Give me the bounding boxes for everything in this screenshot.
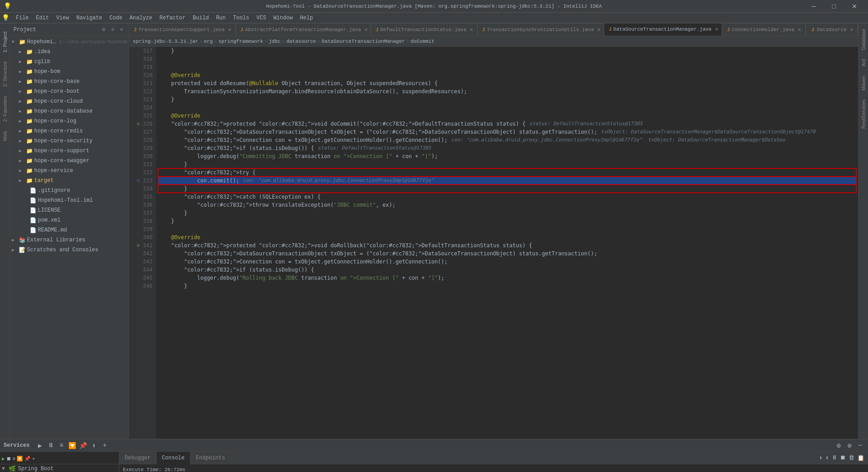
code-line-323[interactable]: } — [158, 95, 856, 104]
tree-item-hope-core-boot[interactable]: ▶ 📁 hope-core-boot — [10, 86, 129, 96]
close-button[interactable]: ✕ — [844, 0, 864, 13]
list2-icon[interactable]: ≡ — [13, 456, 16, 462]
code-line-331[interactable]: } — [158, 160, 856, 168]
run-icon[interactable]: ▶ — [36, 441, 44, 449]
code-line-340[interactable]: @Override — [158, 233, 856, 241]
tab-abstractplatform[interactable]: J AbstractPlatformTransactionManager.jav… — [236, 23, 371, 36]
tree-item-iml[interactable]: ▶ 📄 Hopehomi-Tool.iml — [10, 195, 129, 205]
tree-item-target[interactable]: ▶ 📁 target — [10, 176, 129, 186]
tab-endpoints[interactable]: Endpoints — [190, 452, 231, 464]
plus-icon[interactable]: + — [101, 441, 109, 449]
console-tool-icon2[interactable]: ⬇ — [825, 454, 829, 462]
tree-item-hope-bom[interactable]: ▶ 📁 hope-bom — [10, 67, 129, 77]
pin-icon[interactable]: 📌 — [79, 441, 87, 449]
console-tool-icon3[interactable]: ⏸ — [832, 454, 837, 461]
code-line-317[interactable]: } — [158, 47, 856, 55]
code-line-335[interactable]: "color:#cc7832;">catch (SQLException ex)… — [158, 193, 856, 201]
vtab-favorites[interactable]: 2: Favorites — [1, 91, 9, 126]
tree-item-root[interactable]: ▼ 📁 Hopehomi-Tool E:/idea-workspace/hope… — [10, 37, 129, 47]
code-line-330[interactable]: logger.debug("Committing JDBC transactio… — [158, 152, 856, 160]
pin2-icon[interactable]: 📌 — [24, 456, 31, 462]
right-tab-database[interactable]: Database — [859, 25, 868, 54]
tree-item-scratches[interactable]: ▶ 📝 Scratches and Consoles — [10, 245, 129, 255]
code-line-329[interactable]: "color:#cc7832;">if (status.isDebug()) {… — [158, 144, 856, 152]
menu-item-help[interactable]: Help — [296, 14, 316, 22]
code-line-334[interactable]: } — [158, 185, 856, 193]
filter2-icon[interactable]: 🔽 — [17, 456, 23, 462]
filter-icon[interactable]: 🔽 — [68, 441, 77, 449]
tree-item-hope-core-base[interactable]: ▶ 📁 hope-core-base — [10, 77, 129, 86]
breadcrumb-item[interactable]: springframework — [218, 39, 263, 44]
menu-item-view[interactable]: View — [53, 14, 73, 22]
menu-item-window[interactable]: Window — [270, 14, 296, 22]
code-line-337[interactable]: } — [158, 209, 856, 217]
code-line-324[interactable] — [158, 104, 856, 112]
menu-item-refactor[interactable]: Refactor — [156, 14, 189, 22]
sidebar-close-icon[interactable]: ✕ — [118, 26, 125, 33]
tree-item-hope-core-redis[interactable]: ▶ 📁 hope-core-redis — [10, 126, 129, 136]
breadcrumb-item[interactable]: datasource — [286, 39, 316, 44]
code-line-346[interactable]: } — [158, 282, 856, 290]
code-line-322[interactable]: TransactionSynchronizationManager.bindRe… — [158, 87, 856, 95]
code-line-338[interactable]: } — [158, 217, 856, 225]
console-tool-icon4[interactable]: ⏹ — [840, 454, 846, 461]
code-line-344[interactable]: "color:#cc7832;">if (status.isDebug()) { — [158, 266, 856, 274]
vtab-project[interactable]: 1: Project — [1, 27, 9, 57]
code-line-342[interactable]: "color:#cc7832;">DataSourceTransactionOb… — [158, 250, 856, 258]
right-tab-ant[interactable]: Ant — [859, 55, 868, 70]
code-line-319[interactable] — [158, 63, 856, 71]
tab-close-icon[interactable]: ✕ — [798, 27, 801, 32]
tree-item-hope-core-database[interactable]: ▶ 📁 hope-core-database — [10, 106, 129, 116]
menu-item-code[interactable]: Code — [106, 14, 126, 22]
tree-item-hope-core-security[interactable]: ▶ 📁 hope-core-security — [10, 136, 129, 146]
menu-item-build[interactable]: Build — [189, 14, 212, 22]
tab-close-icon[interactable]: ✕ — [365, 27, 368, 32]
code-line-328[interactable]: "color:#cc7832;">Connection con = txObje… — [158, 136, 856, 144]
gear-icon[interactable]: ⚙ — [845, 441, 854, 449]
console-tool-icon5[interactable]: 🗑 — [849, 454, 854, 461]
tab-datasourcetransaction[interactable]: J DataSourceTransactionManager.java ✕ — [604, 23, 722, 36]
menu-item-tools[interactable]: Tools — [230, 14, 253, 22]
tab-console[interactable]: Console — [157, 452, 190, 464]
tree-item-gitignore[interactable]: ▶ 📄 .gitignore — [10, 186, 129, 195]
stop-service-icon[interactable]: ⏹ — [6, 456, 11, 462]
tab-transactionaspectsupport[interactable]: J TransactionAspectSupport.java ✕ — [129, 23, 236, 36]
breadcrumb-item[interactable]: org — [204, 39, 213, 44]
tree-item-hope-service[interactable]: ▶ 📁 hope-service — [10, 166, 129, 176]
tab-defaulttransaction[interactable]: J DefaultTransactionStatus.java ✕ — [371, 23, 478, 36]
vtab-structure[interactable]: 2: Structure — [1, 57, 9, 91]
list-icon[interactable]: ≡ — [58, 441, 66, 449]
code-line-325[interactable]: @Override — [158, 112, 856, 120]
tab-close-icon[interactable]: ✕ — [850, 27, 853, 32]
tree-item-readme[interactable]: ▶ 📄 README.md — [10, 225, 129, 235]
code-line-327[interactable]: "color:#cc7832;">DataSourceTransactionOb… — [158, 128, 856, 136]
tree-item-license[interactable]: ▶ 📄 LICENSE — [10, 205, 129, 215]
code-editor[interactable]: 317318319320321322323324325⊙326327328329… — [129, 47, 858, 439]
tab-close-icon[interactable]: ✕ — [715, 26, 718, 32]
tree-item-hope-core-support[interactable]: ▶ 📁 hope-core-support — [10, 146, 129, 156]
maximize-button[interactable]: □ — [824, 0, 844, 13]
code-line-341[interactable]: "color:#cc7832;">protected "color:#cc783… — [158, 241, 856, 250]
tab-debugger[interactable]: Debugger — [119, 452, 157, 464]
right-tab-restservices[interactable]: RestServices — [859, 96, 868, 132]
sidebar-collapse-icon[interactable]: ≡ — [109, 26, 116, 33]
settings-icon[interactable]: ⚙ — [835, 441, 843, 449]
run-service-icon[interactable]: ▶ — [2, 456, 5, 462]
tab-transactionsync[interactable]: J TransactionSynchronizationUtils.java ✕ — [478, 23, 604, 36]
tree-item-pom[interactable]: ▶ 📄 pom.xml — [10, 215, 129, 225]
code-line-326[interactable]: "color:#cc7832;">protected "color:#cc783… — [158, 120, 856, 128]
menu-item-edit[interactable]: Edit — [32, 14, 53, 22]
svc-spring-boot[interactable]: ▼ 🌿 Spring Boot — [0, 464, 119, 472]
tab-close-icon[interactable]: ✕ — [597, 27, 601, 32]
tab-connectionholder[interactable]: J ConnectionHolder.java ✕ — [722, 23, 806, 36]
breadcrumb-item[interactable]: spring-jdbc-5.3.21.jar — [133, 39, 198, 44]
vtab-web[interactable]: Web — [1, 127, 9, 145]
console-tool-icon6[interactable]: 📋 — [857, 454, 864, 462]
tree-item-idea[interactable]: ▶ 📁 .idea — [10, 47, 129, 57]
tab-close-icon[interactable]: ✕ — [470, 27, 473, 32]
tree-item-cglib[interactable]: ▶ 📁 cglib — [10, 57, 129, 67]
breadcrumb-item[interactable]: DataSourceTransactionManager — [322, 39, 405, 44]
code-line-339[interactable] — [158, 225, 856, 233]
tree-item-ext-libs[interactable]: ▶ 📚 External Libraries — [10, 235, 129, 245]
code-line-332[interactable]: "color:#cc7832;">try { — [158, 168, 856, 177]
